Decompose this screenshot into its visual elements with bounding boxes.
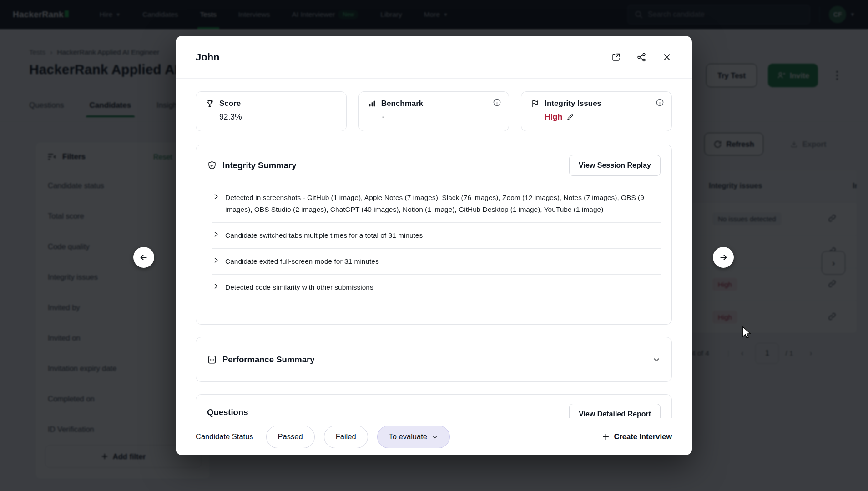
- benchmark-card: Benchmark -: [358, 91, 510, 131]
- integrity-level-value: High: [545, 112, 662, 122]
- summary-cards: Score 92.3% Benchmark -: [196, 91, 672, 131]
- edit-pencil-icon[interactable]: [566, 113, 574, 121]
- screen: HackerRank Hire ▼ Candidates Tests Inter…: [0, 0, 868, 491]
- report-icon: [207, 355, 217, 365]
- candidate-name: John: [196, 51, 220, 63]
- performance-summary-section[interactable]: Performance Summary: [196, 337, 672, 382]
- chevron-right-icon: [212, 231, 219, 241]
- modal-footer: Candidate Status Passed Failed To evalua…: [176, 418, 692, 455]
- info-icon[interactable]: [656, 98, 664, 107]
- candidate-detail-modal: John: [176, 36, 692, 455]
- next-candidate-button[interactable]: [713, 247, 734, 268]
- share-icon[interactable]: [636, 52, 646, 62]
- chevron-down-icon: [432, 434, 438, 440]
- integrity-summary-title: Integrity Summary: [222, 160, 296, 170]
- integrity-item-tab-switch[interactable]: Candidate switched tabs multiple times f…: [196, 223, 671, 248]
- create-interview-button[interactable]: Create Interview: [602, 432, 672, 441]
- questions-title: Questions: [207, 407, 248, 417]
- view-session-replay-button[interactable]: View Session Replay: [569, 155, 661, 176]
- chevron-right-icon: [212, 283, 219, 293]
- flag-icon: [530, 99, 540, 108]
- integrity-issues-card: Integrity Issues High: [521, 91, 672, 131]
- score-value: 92.3%: [219, 112, 337, 122]
- integrity-item-code-similarity[interactable]: Detected code similarity with other subm…: [196, 275, 671, 300]
- status-failed-button[interactable]: Failed: [324, 426, 368, 448]
- performance-summary-title: Performance Summary: [222, 355, 315, 365]
- open-in-new-icon[interactable]: [611, 52, 621, 62]
- status-passed-button[interactable]: Passed: [266, 426, 315, 448]
- chevron-right-icon: [212, 193, 219, 215]
- chevron-down-icon[interactable]: [652, 356, 661, 364]
- modal-header: John: [176, 36, 692, 79]
- shield-check-icon: [207, 160, 217, 170]
- benchmark-value: -: [382, 112, 500, 122]
- info-icon[interactable]: [493, 98, 501, 107]
- previous-candidate-button[interactable]: [133, 247, 154, 268]
- status-to-evaluate-button[interactable]: To evaluate: [377, 426, 450, 448]
- integrity-summary-section: Integrity Summary View Session Replay De…: [196, 145, 672, 325]
- candidate-status-label: Candidate Status: [196, 432, 253, 441]
- trophy-icon: [205, 99, 214, 108]
- bar-chart-icon: [368, 100, 376, 108]
- close-icon[interactable]: [662, 52, 672, 62]
- score-card: Score 92.3%: [196, 91, 347, 131]
- plus-icon: [602, 433, 610, 441]
- chevron-right-icon: [212, 257, 219, 267]
- integrity-item-screenshots[interactable]: Detected in screenshots - GitHub (1 imag…: [196, 185, 671, 222]
- integrity-item-fullscreen-exit[interactable]: Candidate exited full-screen mode for 31…: [196, 249, 671, 274]
